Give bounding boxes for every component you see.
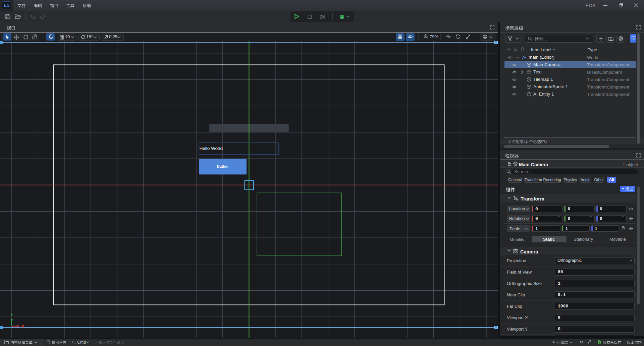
svg-text:Hello World: Hello World	[200, 146, 223, 151]
svg-text:Button: Button	[217, 164, 228, 168]
